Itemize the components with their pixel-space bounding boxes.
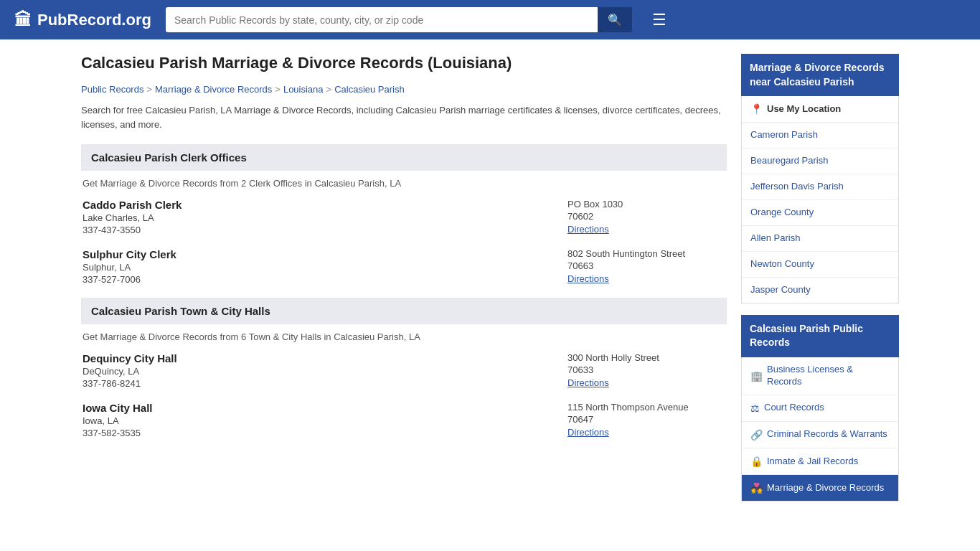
sidebar-item-beauregard[interactable]: Beauregard Parish [742, 149, 898, 174]
business-icon: 🏢 [750, 369, 763, 382]
record-city-sulphur: Sulphur, LA [83, 262, 176, 273]
marriage-link[interactable]: 💑 Marriage & Divorce Records [742, 475, 898, 501]
sidebar-public-links: 🏢 Business Licenses & Records ⚖ Court Re… [741, 357, 899, 502]
business-label: Business Licenses & Records [767, 364, 890, 388]
breadcrumb-public-records[interactable]: Public Records [81, 84, 143, 95]
inmate-label: Inmate & Jail Records [767, 456, 858, 468]
record-directions-caddo: Directions [567, 223, 725, 235]
allen-label: Allen Parish [750, 232, 800, 245]
record-entry-dequincy: Dequincy City Hall DeQuincy, LA 337-786-… [81, 352, 727, 389]
record-address-dequincy: 300 North Holly Street [567, 352, 725, 363]
sidebar-item-court[interactable]: ⚖ Court Records [742, 395, 898, 422]
cameron-label: Cameron Parish [750, 129, 818, 141]
criminal-link[interactable]: 🔗 Criminal Records & Warrants [742, 422, 898, 448]
section-header-clerk: Calcasieu Parish Clerk Offices [81, 144, 727, 171]
allen-link[interactable]: Allen Parish [742, 226, 898, 251]
court-label: Court Records [764, 402, 824, 414]
logo-icon: 🏛 [14, 10, 32, 30]
breadcrumb-marriage-divorce[interactable]: Marriage & Divorce Records [155, 84, 272, 95]
record-phone-iowa: 337-582-3535 [83, 428, 153, 438]
section-header-cityhalls: Calcasieu Parish Town & City Halls [81, 298, 727, 324]
jefferson-davis-link[interactable]: Jefferson Davis Parish [742, 174, 898, 199]
record-name-caddo: Caddo Parish Clerk [83, 199, 182, 211]
page-title: Calcasieu Parish Marriage & Divorce Reco… [81, 54, 727, 72]
beauregard-label: Beauregard Parish [750, 155, 828, 167]
court-icon: ⚖ [750, 402, 760, 415]
directions-link-dequincy[interactable]: Directions [567, 377, 609, 388]
sidebar-item-use-location[interactable]: 📍 Use My Location [742, 96, 898, 123]
breadcrumb-louisiana[interactable]: Louisiana [283, 84, 324, 95]
beauregard-link[interactable]: Beauregard Parish [742, 149, 898, 174]
search-input[interactable] [166, 7, 598, 32]
sidebar-item-orange[interactable]: Orange County [742, 200, 898, 226]
record-phone-sulphur: 337-527-7006 [83, 274, 176, 285]
inmate-link[interactable]: 🔒 Inmate & Jail Records [742, 448, 898, 474]
record-directions-sulphur: Directions [567, 273, 725, 284]
record-address-sulphur: 802 South Huntington Street [567, 248, 725, 259]
record-address-iowa: 115 North Thompson Avenue [567, 402, 725, 413]
sidebar-item-cameron[interactable]: Cameron Parish [742, 123, 898, 149]
location-icon: 📍 [750, 103, 763, 116]
hamburger-button[interactable]: ☰ [646, 8, 672, 32]
directions-link-sulphur[interactable]: Directions [567, 273, 609, 284]
sidebar-item-jefferson-davis[interactable]: Jefferson Davis Parish [742, 174, 898, 200]
use-location-link[interactable]: 📍 Use My Location [742, 96, 898, 122]
record-zip-sulphur: 70663 [567, 260, 725, 271]
sidebar-item-business[interactable]: 🏢 Business Licenses & Records [742, 357, 898, 395]
page-description: Search for free Calcasieu Parish, LA Mar… [81, 103, 727, 131]
sidebar: Marriage & Divorce Records near Calcasie… [741, 54, 899, 513]
sidebar-item-jasper[interactable]: Jasper County [742, 278, 898, 303]
directions-link-iowa[interactable]: Directions [567, 427, 609, 438]
section-desc-clerk: Get Marriage & Divorce Records from 2 Cl… [81, 178, 727, 189]
section-desc-cityhalls: Get Marriage & Divorce Records from 6 To… [81, 331, 727, 342]
record-right-dequincy: 300 North Holly Street 70633 Directions [567, 352, 725, 389]
newton-link[interactable]: Newton County [742, 252, 898, 277]
record-zip-caddo: 70602 [567, 211, 725, 222]
criminal-icon: 🔗 [750, 428, 763, 441]
record-address-caddo: PO Box 1030 [567, 199, 725, 209]
record-zip-iowa: 70647 [567, 414, 725, 425]
sidebar-item-marriage[interactable]: 💑 Marriage & Divorce Records [742, 475, 898, 501]
record-entry-caddo: Caddo Parish Clerk Lake Charles, LA 337-… [81, 199, 727, 235]
jasper-link[interactable]: Jasper County [742, 278, 898, 303]
sidebar-item-allen[interactable]: Allen Parish [742, 226, 898, 252]
record-name-sulphur: Sulphur City Clerk [83, 248, 176, 260]
use-location-label: Use My Location [767, 103, 841, 116]
sidebar-item-criminal[interactable]: 🔗 Criminal Records & Warrants [742, 422, 898, 448]
record-city-caddo: Lake Charles, LA [83, 212, 182, 223]
inmate-icon: 🔒 [750, 455, 763, 468]
record-name-dequincy: Dequincy City Hall [83, 352, 177, 364]
business-link[interactable]: 🏢 Business Licenses & Records [742, 357, 898, 395]
record-directions-dequincy: Directions [567, 377, 725, 388]
breadcrumb: Public Records > Marriage & Divorce Reco… [81, 84, 727, 95]
content-area: Calcasieu Parish Marriage & Divorce Reco… [81, 54, 727, 513]
record-directions-iowa: Directions [567, 426, 725, 438]
site-header: 🏛 PubRecord.org 🔍 ☰ [0, 0, 980, 39]
sidebar-nearby-title: Marriage & Divorce Records near Calcasie… [741, 54, 899, 96]
sidebar-item-inmate[interactable]: 🔒 Inmate & Jail Records [742, 448, 898, 475]
record-right-caddo: PO Box 1030 70602 Directions [567, 199, 725, 235]
marriage-icon: 💑 [750, 481, 763, 494]
sidebar-item-newton[interactable]: Newton County [742, 252, 898, 278]
search-button[interactable]: 🔍 [598, 7, 632, 32]
sidebar-public-records: Calcasieu Parish Public Records 🏢 Busine… [741, 315, 899, 502]
record-right-sulphur: 802 South Huntington Street 70663 Direct… [567, 248, 725, 285]
record-left-sulphur: Sulphur City Clerk Sulphur, LA 337-527-7… [83, 248, 176, 285]
court-link[interactable]: ⚖ Court Records [742, 395, 898, 421]
main-wrapper: Calcasieu Parish Marriage & Divorce Reco… [67, 39, 913, 527]
directions-link-caddo[interactable]: Directions [567, 224, 609, 235]
record-phone-dequincy: 337-786-8241 [83, 378, 177, 389]
record-city-dequincy: DeQuincy, LA [83, 366, 177, 377]
record-left-iowa: Iowa City Hall Iowa, LA 337-582-3535 [83, 402, 153, 438]
search-bar: 🔍 [166, 7, 632, 32]
breadcrumb-calcasieu[interactable]: Calcasieu Parish [334, 84, 405, 95]
sidebar-public-title: Calcasieu Parish Public Records [741, 315, 899, 357]
orange-link[interactable]: Orange County [742, 200, 898, 225]
logo[interactable]: 🏛 PubRecord.org [14, 10, 151, 30]
record-city-iowa: Iowa, LA [83, 415, 153, 426]
criminal-label: Criminal Records & Warrants [767, 428, 887, 441]
cameron-link[interactable]: Cameron Parish [742, 123, 898, 148]
logo-text: PubRecord.org [37, 11, 151, 29]
record-phone-caddo: 337-437-3550 [83, 225, 182, 235]
record-zip-dequincy: 70633 [567, 364, 725, 375]
